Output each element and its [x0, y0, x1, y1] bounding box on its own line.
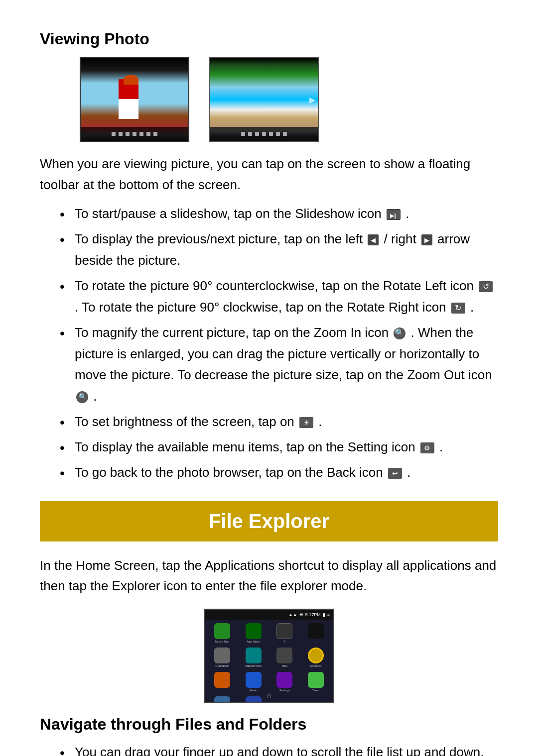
bullet-back: To go back to the photo browser, tap on …: [60, 462, 498, 483]
viewing-photo-bullets: To start/pause a slideshow, tap on the S…: [60, 203, 498, 483]
arrow-right-icon: [421, 234, 432, 245]
bullet-settings: To display the available menu items, tap…: [60, 436, 498, 458]
app-grid: Music Tool App Store ≡ ♪ Calculator Atta…: [205, 620, 333, 703]
toolbar2-icon-6: [276, 132, 280, 136]
app-label-files: ≡: [270, 640, 299, 643]
bullet-brightness-text: To set brightness of the screen, tap on: [75, 414, 298, 429]
file-explorer-banner: File Explorer: [40, 501, 498, 541]
bullet-arrows: To display the previous/next picture, ta…: [60, 228, 498, 271]
app-item-mail[interactable]: Mail: [270, 646, 300, 669]
toolbar-icon-6: [146, 132, 150, 136]
toolbar2-icon-1: [241, 132, 245, 136]
bullet-arrows-text1: To display the previous/next picture, ta…: [75, 231, 366, 246]
toolbar-icon-7: [153, 132, 157, 136]
bullet-rotate-end: .: [470, 300, 474, 315]
app-label-calculator: Calculator: [208, 664, 237, 667]
app-item-files[interactable]: ≡: [270, 622, 300, 645]
app-label-explorer: Explorer: [301, 664, 330, 667]
app-screenshot: ▲▲ ❋ 5:17PM ▮ ≡ Music Tool App Store ≡ ♪: [204, 609, 334, 703]
app-icon-timer: [308, 672, 324, 688]
bullet-slideshow: To start/pause a slideshow, tap on the S…: [60, 203, 498, 224]
status-signal: ▲▲: [288, 612, 297, 617]
bullet-rotate-text2: . To rotate the picture 90° clockwise, t…: [75, 300, 450, 315]
app-icon-explorer: [308, 648, 324, 663]
app-label-music-tool: Music Tool: [208, 640, 237, 643]
toolbar2-icon-7: [283, 132, 287, 136]
bullet-back-text: To go back to the photo browser, tap on …: [75, 465, 387, 480]
app-home-bar[interactable]: ⌂: [267, 691, 271, 700]
rotate-left-icon: [479, 281, 493, 292]
photo-toolbar-2: [210, 127, 318, 141]
bullet-scroll-text: You can drag your finger up and down to …: [75, 745, 484, 756]
zoom-out-icon: [76, 391, 88, 403]
bullet-brightness-end: .: [318, 414, 322, 429]
app-item-music2[interactable]: Music: [239, 670, 269, 693]
app-item-music-tool[interactable]: Music Tool: [207, 622, 237, 645]
settings-icon: [420, 442, 434, 453]
bullet-settings-end: .: [439, 439, 443, 454]
bullet-rotate-text1: To rotate the picture 90° counterclockwi…: [75, 278, 477, 293]
app-item-weather[interactable]: Weather Forecast: [207, 695, 237, 703]
photo-screenshots: [80, 57, 498, 142]
app-item-music[interactable]: ♪: [301, 622, 331, 645]
app-icon-music-tool: [214, 623, 230, 639]
bullet-scroll: You can drag your finger up and down to …: [60, 742, 498, 756]
toolbar2-icon-2: [248, 132, 252, 136]
app-icon-files: [276, 623, 292, 639]
bullet-zoom-text1: To magnify the current picture, tap on t…: [75, 325, 392, 340]
app-icon-wifi: [246, 696, 262, 703]
toolbar-icon-1: [112, 132, 116, 136]
bullet-zoom-end: .: [93, 389, 97, 404]
bullet-back-end: .: [407, 465, 410, 480]
app-icon-attachments: [246, 648, 262, 663]
app-icon-calculator: [214, 648, 230, 663]
status-battery: ▮: [323, 612, 325, 617]
app-item-attachments[interactable]: Attachments: [239, 646, 269, 669]
bullet-slideshow-text: To start/pause a slideshow, tap on the S…: [75, 206, 385, 221]
bullet-rotate: To rotate the picture 90° counterclockwi…: [60, 275, 498, 318]
app-item-explorer[interactable]: Explorer: [301, 646, 331, 669]
app-item-wifi[interactable]: WiFi: [239, 695, 269, 703]
app-icon-music2: [246, 672, 262, 688]
app-icon-mail: [276, 648, 292, 663]
status-time: 5:17PM: [305, 612, 321, 617]
app-icon-weather: [214, 696, 230, 703]
photo-thumb-1: [80, 57, 189, 142]
toolbar2-icon-3: [255, 132, 259, 136]
app-label-settings: Settings: [270, 689, 299, 692]
navigate-files-bullets: You can drag your finger up and down to …: [60, 742, 498, 756]
rotate-right-icon: [451, 303, 465, 314]
app-icon-settings: [276, 672, 292, 688]
viewing-photo-intro: When you are viewing picture, you can ta…: [40, 154, 498, 195]
back-icon: [388, 468, 402, 479]
file-explorer-intro: In the Home Screen, tap the Applications…: [40, 555, 498, 597]
app-icon-orange: [214, 672, 230, 688]
app-icon-music: [308, 623, 324, 639]
toolbar-icon-4: [133, 132, 136, 136]
arrow-left-icon: [368, 234, 379, 245]
status-wifi: ❋: [299, 612, 303, 617]
app-icon-app-store: [246, 623, 262, 639]
bullet-brightness: To set brightness of the screen, tap on …: [60, 411, 498, 432]
brightness-icon: [299, 417, 313, 428]
app-label-app-store: App Store: [239, 640, 268, 643]
app-status-bar: ▲▲ ❋ 5:17PM ▮ ≡: [205, 610, 333, 620]
app-item-orange[interactable]: [207, 670, 237, 693]
app-item-calculator[interactable]: Calculator: [207, 646, 237, 669]
photo-toolbar-1: [81, 127, 188, 141]
app-screenshot-container: ▲▲ ❋ 5:17PM ▮ ≡ Music Tool App Store ≡ ♪: [40, 609, 498, 703]
photo-thumb-2: [209, 57, 319, 142]
navigate-files-title: Navigate through Files and Folders: [40, 715, 498, 734]
bullet-zoom: To magnify the current picture, tap on t…: [60, 322, 498, 408]
app-item-settings[interactable]: Settings: [270, 670, 300, 693]
slideshow-icon: [387, 209, 401, 220]
zoom-in-icon: [394, 327, 405, 339]
bullet-arrows-slash: / right: [384, 231, 420, 246]
toolbar-icon-3: [126, 132, 130, 136]
app-label-timer: Timer: [301, 689, 330, 692]
status-sd: ≡: [327, 612, 330, 617]
app-item-timer[interactable]: Timer: [301, 670, 331, 693]
bullet-settings-text: To display the available menu items, tap…: [75, 439, 419, 454]
app-item-app-store[interactable]: App Store: [239, 622, 269, 645]
app-label-attachments: Attachments: [239, 664, 268, 667]
